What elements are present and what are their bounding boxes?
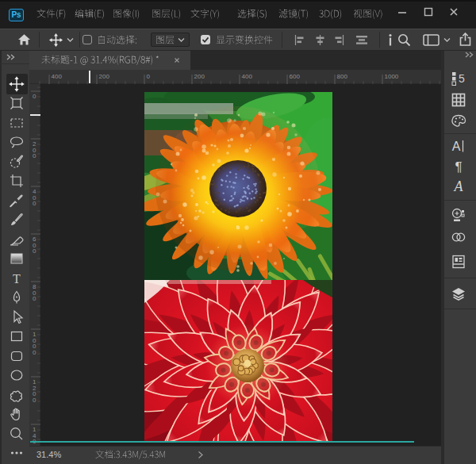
svg-text:0: 0	[33, 295, 36, 302]
svg-text:¶: ¶	[455, 159, 462, 174]
svg-text:0: 0	[33, 247, 36, 255]
svg-text:T: T	[13, 272, 21, 286]
svg-text:5: 5	[459, 72, 465, 85]
svg-text:0: 0	[33, 349, 36, 356]
svg-text:800: 800	[337, 73, 348, 80]
svg-text:400: 400	[52, 73, 63, 80]
svg-text:400: 400	[242, 73, 253, 80]
svg-text:1000: 1000	[385, 73, 399, 80]
svg-text:0: 0	[33, 152, 36, 159]
svg-text:0: 0	[33, 200, 36, 207]
svg-text:200: 200	[194, 73, 205, 80]
svg-text:A: A	[454, 178, 464, 194]
svg-text:0: 0	[33, 444, 36, 447]
svg-text:200: 200	[99, 73, 110, 80]
svg-text:600: 600	[290, 73, 301, 80]
svg-text:0: 0	[33, 397, 36, 404]
svg-text:A: A	[452, 140, 461, 153]
svg-text:0: 0	[33, 93, 36, 100]
svg-text:0: 0	[147, 73, 151, 80]
